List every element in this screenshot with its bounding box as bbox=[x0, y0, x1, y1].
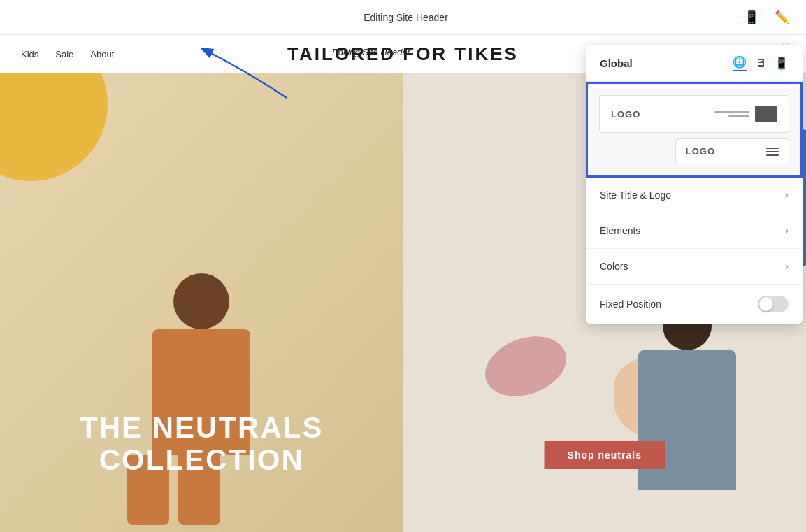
logo-mobile-text: LOGO bbox=[686, 146, 715, 157]
logo-mobile-row: LOGO bbox=[599, 138, 789, 164]
globe-device-icon[interactable]: 🌐 bbox=[733, 55, 747, 71]
panel-device-icons: 🌐 🖥 📱 bbox=[733, 55, 789, 71]
nav-about[interactable]: About bbox=[90, 49, 114, 59]
chevron-right-colors-icon: › bbox=[785, 260, 789, 273]
logo-line-short bbox=[728, 115, 749, 117]
toolbar-right: 📱 ✏️ bbox=[742, 8, 792, 27]
logo-preview-section: LOGO LOGO bbox=[586, 82, 803, 178]
nav-sale[interactable]: Sale bbox=[55, 49, 73, 59]
site-nav: Kids Sale About bbox=[21, 49, 114, 59]
hero-line2: COLLECTION bbox=[21, 444, 382, 476]
hero-left: THE NEUTRALS COLLECTION bbox=[0, 73, 403, 532]
logo-block bbox=[755, 106, 777, 122]
logo-preview-desktop: LOGO bbox=[599, 95, 789, 133]
annotation-text: Editing Site Header bbox=[332, 45, 410, 58]
panel-item-elements-label: Elements bbox=[600, 225, 640, 236]
panel-item-elements[interactable]: Elements › bbox=[586, 213, 803, 249]
panel-item-site-title[interactable]: Site Title & Logo › bbox=[586, 178, 803, 213]
panel-item-site-title-label: Site Title & Logo bbox=[600, 189, 671, 201]
mobile-device-icon[interactable]: 📱 bbox=[775, 57, 789, 70]
panel-item-fixed-position[interactable]: Fixed Position bbox=[586, 285, 803, 324]
hamburger-line-2 bbox=[766, 151, 779, 152]
shape-pink bbox=[477, 326, 575, 407]
toggle-knob bbox=[759, 297, 773, 311]
chevron-right-elements-icon: › bbox=[785, 224, 789, 237]
logo-desktop-text: LOGO bbox=[611, 109, 640, 120]
panel-title: Global bbox=[600, 57, 633, 69]
hero-line1: THE NEUTRALS bbox=[21, 412, 382, 444]
top-toolbar: Editing Site Header 📱 ✏️ bbox=[0, 0, 806, 35]
hamburger-line-1 bbox=[766, 148, 779, 149]
panel-item-colors[interactable]: Colors › bbox=[586, 249, 803, 285]
logo-lines bbox=[714, 111, 749, 117]
hamburger-line-3 bbox=[766, 154, 779, 156]
logo-preview-mobile: LOGO bbox=[675, 138, 789, 164]
edit-tool-icon[interactable]: ✏️ bbox=[772, 8, 792, 27]
fixed-position-toggle[interactable] bbox=[758, 296, 789, 312]
nav-kids[interactable]: Kids bbox=[21, 49, 38, 59]
panel-header: Global 🌐 🖥 📱 bbox=[586, 45, 803, 82]
editing-label-area: Editing Site Header bbox=[364, 12, 448, 23]
panel-item-fixed-label: Fixed Position bbox=[600, 299, 661, 310]
logo-line-long bbox=[714, 111, 749, 113]
shop-button[interactable]: Shop neutrals bbox=[544, 441, 665, 469]
shape-yellow bbox=[0, 73, 108, 181]
editing-label: Editing Site Header bbox=[364, 12, 448, 23]
chevron-right-icon: › bbox=[785, 189, 789, 201]
settings-panel: Global 🌐 🖥 📱 LOGO LOGO bbox=[586, 45, 803, 324]
panel-item-colors-label: Colors bbox=[600, 261, 628, 272]
hamburger-icon[interactable] bbox=[766, 148, 779, 156]
panel-list: Site Title & Logo › Elements › Colors › … bbox=[586, 178, 803, 324]
hero-bg: THE NEUTRALS COLLECTION bbox=[0, 73, 403, 532]
mobile-preview-icon[interactable]: 📱 bbox=[742, 8, 761, 27]
hero-text-overlay: THE NEUTRALS COLLECTION bbox=[21, 412, 382, 476]
desktop-device-icon[interactable]: 🖥 bbox=[755, 57, 766, 70]
